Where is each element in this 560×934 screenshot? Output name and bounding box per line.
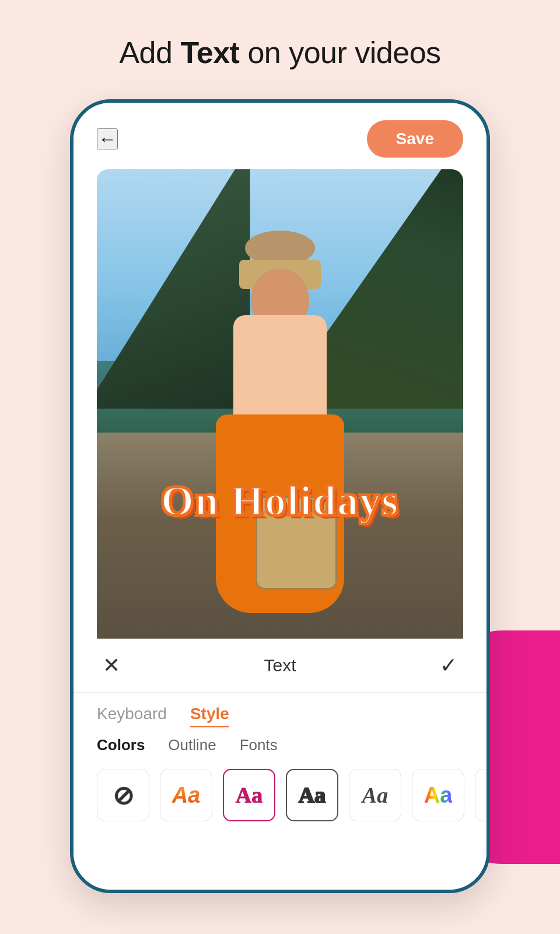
top-bar: ← Save [74, 103, 487, 169]
font-option-plain[interactable]: Aa [349, 769, 401, 821]
sub-tab-outline[interactable]: Outline [168, 736, 216, 754]
close-button[interactable]: ✕ [103, 653, 120, 678]
sub-tab-row: Colors Outline Fonts [74, 733, 487, 763]
heading-prefix: Add [119, 36, 180, 69]
font-options-row: ⊘ Aa Aa Aa Aa Aa Aa [74, 763, 487, 827]
font-preview-orange: Aa [172, 784, 201, 806]
bottom-panel: ✕ Text ✓ Keyboard Style Colors Outline F… [74, 639, 487, 890]
font-option-orange[interactable]: Aa [160, 769, 212, 821]
font-option-rainbow[interactable]: Aa [412, 769, 464, 821]
tab-keyboard[interactable]: Keyboard [97, 705, 167, 727]
font-option-none[interactable]: ⊘ [97, 769, 149, 821]
font-option-magenta[interactable]: Aa [223, 769, 275, 821]
font-option-teal[interactable]: Aa [475, 769, 487, 821]
back-button[interactable]: ← [97, 128, 118, 149]
video-preview[interactable]: On Holidays [97, 169, 463, 648]
save-button[interactable]: Save [367, 120, 463, 158]
font-preview-magenta: Aa [236, 784, 262, 806]
no-style-icon: ⊘ [113, 780, 134, 810]
confirm-button[interactable]: ✓ [440, 653, 457, 678]
sub-tab-colors[interactable]: Colors [97, 736, 145, 754]
person-figure [181, 239, 379, 648]
text-toolbar: ✕ Text ✓ [74, 639, 487, 693]
heading-suffix: on your videos [239, 36, 440, 69]
font-preview-plain: Aa [362, 784, 388, 806]
tab-style[interactable]: Style [190, 705, 229, 727]
font-preview-rainbow: Aa [424, 783, 453, 808]
toolbar-title: Text [264, 656, 296, 675]
main-tab-row: Keyboard Style [74, 693, 487, 733]
font-preview-dark-outline: Aa [299, 784, 326, 806]
sub-tab-fonts[interactable]: Fonts [240, 736, 278, 754]
overlay-text[interactable]: On Holidays [161, 477, 399, 525]
heading-bold: Text [180, 36, 239, 69]
phone-frame: ← Save On Holidays ✕ Text ✓ Keyb [70, 99, 490, 893]
page-heading: Add Text on your videos [0, 0, 560, 70]
font-option-dark-outline[interactable]: Aa [286, 769, 338, 821]
